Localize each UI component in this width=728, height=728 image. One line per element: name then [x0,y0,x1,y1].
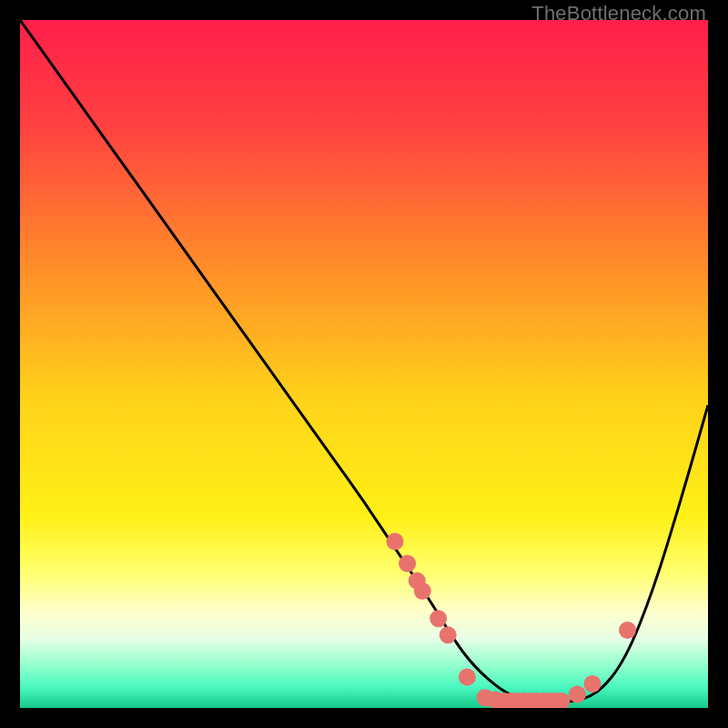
data-marker [619,622,636,639]
data-marker [583,675,601,693]
bottleneck-chart [20,20,708,708]
data-marker [430,610,447,627]
chart-frame [20,20,708,708]
data-marker [440,626,457,643]
data-marker [399,555,416,572]
gradient-background [20,20,708,708]
data-marker [414,582,431,600]
data-marker [387,533,404,551]
data-marker [569,685,586,703]
data-marker [459,668,476,685]
